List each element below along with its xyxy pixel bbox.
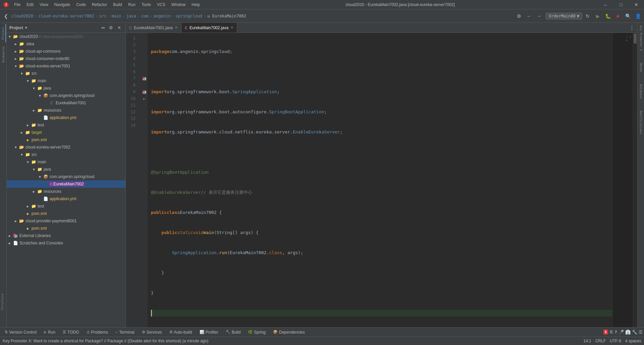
menu-file[interactable]: File — [11, 2, 23, 8]
tree-item-java7001[interactable]: ▼ 📁 java — [7, 84, 125, 92]
project-gear-button[interactable]: ⚙ — [107, 24, 115, 32]
tab-close-7001[interactable]: ✕ — [175, 25, 178, 30]
tree-item-cloud-consumer-order80[interactable]: ► 📂 cloud-consumer-order80 — [7, 55, 125, 62]
minimize-button[interactable]: – — [598, 0, 613, 9]
stop-button[interactable]: ■ — [613, 11, 623, 21]
key-promoter-x-tab[interactable]: Key Promoter X — [639, 23, 643, 54]
bottom-tab-auto-build[interactable]: ⚙ Auto-build — [166, 329, 196, 335]
project-dropdown-arrow[interactable]: ▼ — [25, 26, 27, 30]
bottom-tab-run[interactable]: ▶ Run — [41, 329, 59, 335]
menu-refactor[interactable]: Refactor — [89, 2, 110, 8]
editor-scrollbar[interactable] — [633, 33, 637, 327]
tab-close-7002[interactable]: ✕ — [230, 25, 233, 30]
back-button[interactable]: ❮ — [1, 11, 11, 21]
tree-item-scratches[interactable]: ► 📄 Scratches and Consoles — [7, 239, 125, 247]
tree-item-cloud-eureka-server7002[interactable]: ▼ 📂 cloud-eureka-server7002 — [7, 143, 125, 151]
settings-button[interactable]: ⚙ — [514, 11, 524, 21]
code-content[interactable]: package com.angenin.springcloud; import … — [148, 33, 612, 327]
line-num-8: 8 — [126, 82, 138, 89]
run-button[interactable]: ▶ — [593, 11, 602, 21]
nav-fwd-button[interactable]: → — [534, 11, 544, 21]
menu-tools[interactable]: Tools — [139, 2, 154, 8]
tree-item-cloud2020[interactable]: ▼ 📂 cloud2020 E:\idea-workspace\cloud202… — [7, 33, 125, 40]
menu-help[interactable]: Help — [189, 2, 203, 8]
statusbar-charset[interactable]: UTF-8 — [610, 339, 621, 343]
bottom-tab-services[interactable]: ⚙ Services — [139, 329, 165, 335]
bottom-tab-terminal[interactable]: ⎓ Terminal — [112, 329, 138, 335]
statusbar-linesep[interactable]: CRLF — [595, 339, 606, 343]
bottom-tab-profiler[interactable]: 📊 Profiler — [196, 329, 222, 335]
tree-item-appyml7002[interactable]: 📄 application.yml — [7, 195, 125, 203]
menu-vcs[interactable]: VCS — [154, 2, 168, 8]
tree-item-main7001[interactable]: ▼ 📁 main — [7, 77, 125, 84]
breadcrumb-main[interactable]: main — [112, 14, 121, 18]
tab-overflow-button[interactable]: ⋮ — [627, 23, 637, 33]
refresh-button[interactable]: ↻ — [583, 11, 592, 21]
structure-tab[interactable]: Structure — [0, 292, 5, 311]
tree-item-src7002[interactable]: ▼ 📁 src — [7, 151, 125, 158]
tree-item-resources7002[interactable]: ► 📁 resources — [7, 188, 125, 195]
project-panel-tab[interactable]: Project — [1, 24, 6, 42]
maximize-button[interactable]: □ — [613, 0, 629, 9]
menu-edit[interactable]: Edit — [24, 2, 36, 8]
user-button[interactable]: 👤 — [633, 11, 643, 21]
tree-item-target7001[interactable]: ► 📁 target — [7, 129, 125, 136]
bottom-tab-dependencies[interactable]: 📦 Dependencies — [270, 329, 308, 335]
maven-tab[interactable]: Maven — [639, 60, 643, 75]
tree-item-idea[interactable]: ► 📁 .idea — [7, 40, 125, 48]
close-button[interactable]: ✕ — [629, 0, 644, 9]
tab-eureka-main-7001[interactable]: C EurekaMain7001.java ✕ — [126, 23, 181, 33]
tree-item-pom8001[interactable]: ■ pom.xml — [7, 225, 125, 232]
tree-item-eureka-main-7002[interactable]: C EurekaMain7002 — [7, 180, 125, 188]
menu-run[interactable]: Run — [125, 2, 138, 8]
database-tab[interactable]: Database — [639, 81, 643, 101]
nav-back-button[interactable]: ← — [524, 11, 534, 21]
bottom-tab-spring[interactable]: 🌿 Spring — [245, 329, 269, 335]
bottom-tab-todo[interactable]: ☰ TODO — [59, 329, 82, 335]
tree-item-cloud-provider-payment8001[interactable]: ► 📂 cloud-provider-payment8001 — [7, 217, 125, 225]
breadcrumb-module[interactable]: cloud-eureka-server7002 — [38, 14, 94, 18]
project-close-button[interactable]: ✕ — [115, 24, 123, 32]
tree-item-pkg7002[interactable]: ▼ 📦 com.angenin.springcloud — [7, 173, 125, 180]
tree-item-external-libraries[interactable]: ► 📚 External Libraries — [7, 232, 125, 239]
tree-item-resources7001[interactable]: ► 📁 resources — [7, 107, 125, 114]
run-config-selector[interactable]: OrderMain80 ▼ — [546, 13, 582, 19]
bottom-tab-version-control[interactable]: ⇅ Version Control — [1, 329, 40, 335]
menu-build[interactable]: Build — [110, 2, 125, 8]
tree-item-src7001[interactable]: ▼ 📁 src — [7, 70, 125, 77]
breadcrumb-angenin[interactable]: angenin — [154, 14, 171, 18]
menu-window[interactable]: Window — [169, 2, 189, 8]
breadcrumb-cloud2020[interactable]: cloud2020 — [11, 14, 33, 18]
bottom-tab-build[interactable]: 🔨 Build — [222, 329, 244, 335]
tree-item-pom7001[interactable]: ■ pom.xml — [7, 136, 125, 143]
code-editor[interactable]: 1 2 3 4 5 6 7 8 9 10 11 12 13 14 — [126, 33, 637, 327]
debug-button[interactable]: 🐛 — [603, 11, 612, 21]
breadcrumb-springcloud[interactable]: springcloud — [176, 14, 202, 18]
tree-item-test7001[interactable]: ► 📁 test — [7, 121, 125, 129]
breadcrumb-com[interactable]: com — [141, 14, 149, 18]
statusbar-position[interactable]: 14:1 — [583, 339, 591, 343]
bottom-tab-problems[interactable]: ⚠ Problems — [83, 329, 112, 335]
menu-navigate[interactable]: Navigate — [52, 2, 73, 8]
tree-item-java7002[interactable]: ▼ 📁 java — [7, 166, 125, 173]
breadcrumb-class[interactable]: ✉ EurekaMain7002 — [207, 14, 246, 18]
statusbar-indent[interactable]: 4 spaces — [625, 339, 641, 343]
menu-code[interactable]: Code — [73, 2, 89, 8]
tree-item-appyml7001[interactable]: 📄 application.yml — [7, 114, 125, 121]
tree-item-cloud-api-commons[interactable]: ► 📂 cloud-api-commons — [7, 48, 125, 55]
search-button[interactable]: 🔍 — [623, 11, 633, 21]
breadcrumb-src[interactable]: src — [99, 14, 107, 18]
menu-view[interactable]: View — [37, 2, 51, 8]
tree-item-main7002[interactable]: ▼ 📁 main — [7, 158, 125, 166]
tab-eureka-main-7002[interactable]: C EurekaMain7002.java ✕ — [181, 23, 237, 33]
breadcrumb-java[interactable]: java — [126, 14, 136, 18]
tree-item-pom7002[interactable]: ■ pom.xml — [7, 210, 125, 217]
scrollbar-thumb[interactable] — [634, 34, 637, 44]
tree-item-cloud-eureka-server7001[interactable]: ▼ 📂 cloud-eureka-server7001 — [7, 62, 125, 70]
tree-item-test7002[interactable]: ► 📁 test — [7, 203, 125, 210]
bookmarks-tab[interactable]: Bookmarks — [1, 44, 6, 65]
notifications-tab[interactable]: Notifications — [639, 108, 643, 137]
tree-item-eureka-main-7001[interactable]: C EurekaMain7001 — [7, 99, 125, 107]
project-collapse-all-button[interactable]: ⇔ — [99, 24, 107, 32]
tree-item-pkg7001[interactable]: ▼ 📦 com.angenin.springcloud — [7, 92, 125, 99]
